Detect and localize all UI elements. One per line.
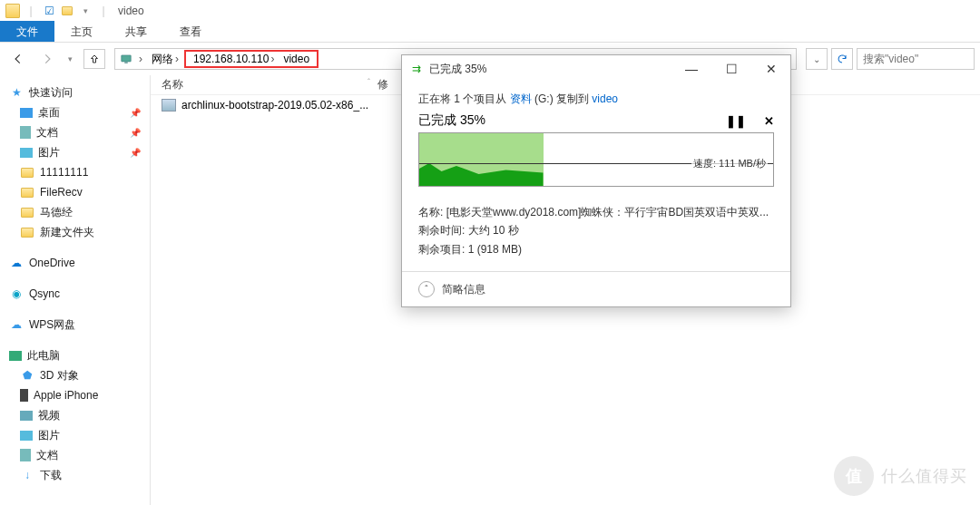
phone-icon xyxy=(20,389,28,402)
sidebar-item-documents[interactable]: 文档📌 xyxy=(0,122,150,142)
svg-rect-1 xyxy=(124,63,128,63)
search-placeholder: 搜索"video" xyxy=(863,52,918,67)
sidebar-item-label: 图片 xyxy=(38,145,60,160)
tab-share[interactable]: 共享 xyxy=(109,21,163,42)
dialog-titlebar[interactable]: ⇉ 已完成 35% — ☐ ✕ xyxy=(402,55,790,83)
sidebar-item-3d[interactable]: ⬟3D 对象 xyxy=(0,365,150,385)
computer-icon xyxy=(9,351,22,361)
sidebar-item-iphone[interactable]: Apple iPhone xyxy=(0,385,150,405)
sidebar-item-documents[interactable]: 文档 xyxy=(0,445,150,465)
crumb-label: 192.168.10.110 xyxy=(193,53,269,65)
divider-icon: | xyxy=(24,4,38,18)
crumb-ip[interactable]: 192.168.10.110› xyxy=(190,53,279,65)
column-modified[interactable]: 修 xyxy=(377,77,388,92)
crumb-label: video xyxy=(283,53,309,65)
recent-dropdown[interactable]: ▾ xyxy=(64,48,76,70)
crumb-folder[interactable]: video xyxy=(279,53,313,65)
sidebar-onedrive[interactable]: ☁OneDrive xyxy=(0,253,150,273)
watermark-badge: 值 xyxy=(834,456,874,496)
up-button[interactable] xyxy=(83,49,105,69)
forward-button[interactable] xyxy=(34,48,60,70)
sidebar-quick-access[interactable]: ★ 快速访问 xyxy=(0,83,150,102)
sidebar-thispc[interactable]: 此电脑 xyxy=(0,345,150,365)
doc-icon xyxy=(20,126,31,139)
pic-icon xyxy=(20,148,33,158)
sidebar-item-label: 3D 对象 xyxy=(40,368,79,384)
dialog-body: 正在将 1 个项目从 资料 (G:) 复制到 video 已完成 35% ❚❚ … xyxy=(402,83,790,271)
sidebar-item-pictures[interactable]: 图片📌 xyxy=(0,142,150,162)
crumb-label: 网络 xyxy=(152,52,173,67)
checkbox-icon[interactable]: ☑ xyxy=(42,4,56,18)
dest-link[interactable]: video xyxy=(592,92,618,105)
speed-graph: 速度: 111 MB/秒 xyxy=(418,132,774,187)
address-dropdown[interactable]: ⌄ xyxy=(806,48,828,70)
watermark: 值 什么值得买 xyxy=(834,456,967,496)
folder-icon xyxy=(20,185,34,199)
copy-icon: ⇉ xyxy=(409,62,424,76)
archive-icon xyxy=(162,99,176,112)
window-title: video xyxy=(118,5,144,17)
refresh-button[interactable] xyxy=(831,48,853,70)
file-name: archlinux-bootstrap-2019.05.02-x86_... xyxy=(181,99,368,112)
tab-view[interactable]: 查看 xyxy=(163,21,218,42)
sidebar-item-label: 快速访问 xyxy=(29,85,73,101)
sidebar-item-label: Qsync xyxy=(29,287,60,300)
pin-icon: 📌 xyxy=(130,148,141,158)
sidebar-qsync[interactable]: ◉Qsync xyxy=(0,284,150,304)
folder-icon xyxy=(20,205,34,219)
sidebar-item-folder[interactable]: 新建文件夹 xyxy=(0,222,150,242)
copy-middle: (G:) 复制到 xyxy=(532,92,593,105)
sidebar-item-label: 下载 xyxy=(40,468,62,483)
maximize-button[interactable]: ☐ xyxy=(720,62,743,76)
sidebar-item-label: 新建文件夹 xyxy=(40,225,94,240)
search-input[interactable]: 搜索"video" xyxy=(857,48,975,70)
sidebar-item-label: Apple iPhone xyxy=(34,389,98,402)
sidebar-item-folder[interactable]: 马德经 xyxy=(0,202,150,222)
dialog-footer: ˆ 简略信息 xyxy=(402,271,790,306)
folder-icon xyxy=(20,225,34,239)
sidebar-item-downloads[interactable]: ↓下载 xyxy=(0,465,150,485)
sync-icon: ◉ xyxy=(9,286,24,301)
sidebar-item-label: 此电脑 xyxy=(27,348,60,364)
back-button[interactable] xyxy=(5,48,31,70)
sidebar-item-videos[interactable]: 视频 xyxy=(0,405,150,425)
crumb-chevron[interactable]: › xyxy=(133,49,148,69)
chevron-up-icon[interactable]: ˆ xyxy=(418,281,435,297)
divider-icon: | xyxy=(96,4,111,18)
cloud-icon: ☁ xyxy=(9,256,24,270)
ribbon-tabs: 文件 主页 共享 查看 xyxy=(0,21,980,43)
tab-home[interactable]: 主页 xyxy=(54,21,109,42)
dialog-title: 已完成 35% xyxy=(429,62,486,77)
sidebar-item-pictures[interactable]: 图片 xyxy=(0,425,150,445)
copy-description: 正在将 1 个项目从 资料 (G:) 复制到 video xyxy=(418,92,774,107)
close-button[interactable]: ✕ xyxy=(760,62,783,76)
copy-prefix: 正在将 1 个项目从 xyxy=(418,92,510,105)
sidebar-item-label: 马德经 xyxy=(40,205,73,220)
sidebar: ★ 快速访问 桌面📌 文档📌 图片📌 11111111 FileRecv 马德经… xyxy=(0,75,151,505)
speed-label: 速度: 111 MB/秒 xyxy=(691,157,768,170)
sidebar-item-folder[interactable]: FileRecv xyxy=(0,182,150,202)
dropdown-icon[interactable]: ▾ xyxy=(78,4,93,18)
cancel-button[interactable]: ✕ xyxy=(764,114,774,128)
sidebar-item-desktop[interactable]: 桌面📌 xyxy=(0,102,150,122)
pause-button[interactable]: ❚❚ xyxy=(726,114,746,128)
detail-time: 剩余时间: 大约 10 秒 xyxy=(418,221,774,239)
detail-name: 名称: [电影天堂www.dy2018.com]蜘蛛侠：平行宇宙BD国英双语中英… xyxy=(418,203,774,221)
sidebar-item-label: 文档 xyxy=(36,125,58,141)
source-link[interactable]: 资料 xyxy=(510,92,532,105)
cloud-icon: ☁ xyxy=(9,317,24,332)
quick-access-toolbar: | ☑ ▾ | xyxy=(5,4,111,18)
sidebar-item-folder[interactable]: 11111111 xyxy=(0,162,150,182)
column-name[interactable]: 名称ˆ xyxy=(151,77,377,92)
pin-icon: 📌 xyxy=(130,128,141,138)
toggle-details[interactable]: 简略信息 xyxy=(442,282,485,297)
sidebar-item-label: OneDrive xyxy=(29,257,75,269)
crumb-network[interactable]: 网络› xyxy=(148,49,184,69)
video-icon xyxy=(20,411,33,421)
minimize-button[interactable]: — xyxy=(680,62,703,76)
tab-file[interactable]: 文件 xyxy=(0,21,54,42)
sidebar-wps[interactable]: ☁WPS网盘 xyxy=(0,315,150,335)
sidebar-item-label: 11111111 xyxy=(40,166,88,179)
sidebar-item-label: FileRecv xyxy=(40,186,83,199)
sidebar-item-label: 桌面 xyxy=(38,105,60,121)
